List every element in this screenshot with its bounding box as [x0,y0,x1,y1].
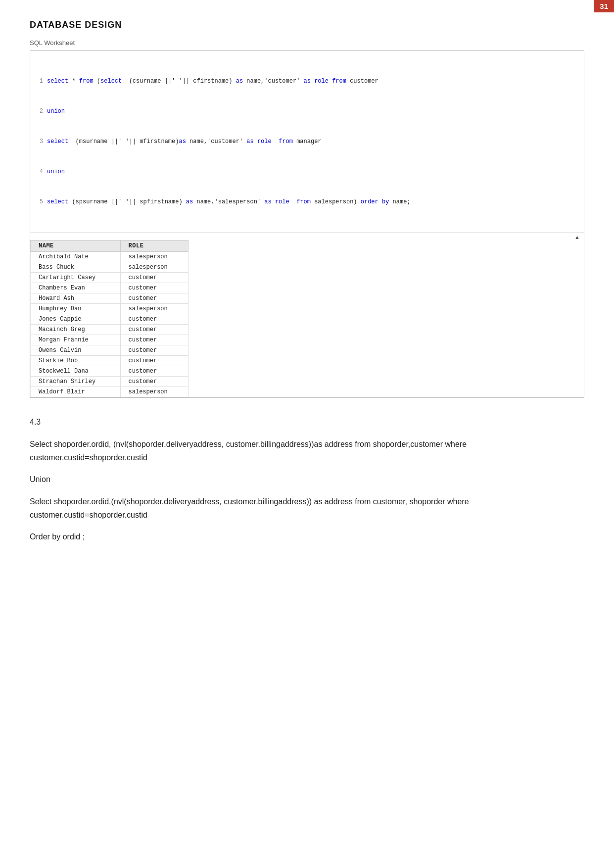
line-content-1: select * from (select (csurname ||' '|| … [47,76,378,86]
line-num-3: 3 [36,137,43,146]
line-content-5: select (spsurname ||' '|| spfirstname) a… [47,197,411,207]
cell-role: salesperson [120,386,188,397]
cell-role: customer [120,324,188,335]
cell-name: Stockwell Dana [31,366,121,376]
line-content-4: union [47,167,65,177]
section-43-num: 4.3 [30,418,584,427]
table-row: Howard Ashcustomer [31,293,189,303]
sql-worksheet-label: SQL Worksheet [30,39,584,47]
table-row: Starkie Bobcustomer [31,355,189,366]
sql-line-2: 2 union [36,106,578,116]
cell-role: salesperson [120,303,188,314]
line-num-4: 4 [36,167,43,177]
table-row: Morgan Franniecustomer [31,335,189,345]
cell-role: customer [120,314,188,324]
cell-name: Waldorf Blair [31,386,121,397]
table-row: Chambers Evancustomer [31,283,189,293]
cell-role: customer [120,355,188,366]
line-content-3: select (msurname ||' '|| mfirstname)as n… [47,137,322,146]
cell-name: Macainch Greg [31,324,121,335]
section-43: 4.3 Select shoporder.ordid, (nvl(shopord… [30,418,584,542]
cell-name: Humphrey Dan [31,303,121,314]
union-label: Union [30,475,584,484]
cell-name: Jones Cappie [31,314,121,324]
order-label: Order by ordid ; [30,532,584,541]
cell-role: customer [120,335,188,345]
cell-name: Howard Ash [31,293,121,303]
table-row: Macainch Gregcustomer [31,324,189,335]
table-row: Bass Chucksalesperson [31,262,189,272]
cell-name: Strachan Shirley [31,376,121,386]
line-num-1: 1 [36,76,43,86]
scroll-indicator: ▲ [30,233,584,240]
sql-code-box: 1 select * from (select (csurname ||' '|… [30,50,584,233]
cell-name: Starkie Bob [31,355,121,366]
table-row: Waldorf Blairsalesperson [31,386,189,397]
para1: Select shoporder.ordid, (nvl(shoporder.d… [30,437,584,464]
col-header-name: NAME [31,240,121,251]
results-table-wrapper: ▲ NAME ROLE Archibald NatesalespersonBas… [30,233,584,398]
table-row: Archibald Natesalesperson [31,251,189,262]
cell-name: Cartwright Casey [31,272,121,283]
cell-role: customer [120,366,188,376]
col-header-role: ROLE [120,240,188,251]
sql-line-4: 4 union [36,167,578,177]
table-row: Humphrey Dansalesperson [31,303,189,314]
sql-line-1: 1 select * from (select (csurname ||' '|… [36,76,578,86]
table-row: Cartwright Caseycustomer [31,272,189,283]
cell-name: Bass Chuck [31,262,121,272]
page-number: 31 [594,0,614,12]
cell-role: customer [120,272,188,283]
line-content-2: union [47,106,65,116]
table-row: Jones Cappiecustomer [31,314,189,324]
section-title: DATABASE DESIGN [30,20,584,30]
table-row: Strachan Shirleycustomer [31,376,189,386]
cell-name: Chambers Evan [31,283,121,293]
cell-role: customer [120,283,188,293]
table-row: Owens Calvincustomer [31,345,189,355]
sql-line-5: 5 select (spsurname ||' '|| spfirstname)… [36,197,578,207]
cell-name: Morgan Frannie [31,335,121,345]
cell-name: Owens Calvin [31,345,121,355]
cell-name: Archibald Nate [31,251,121,262]
table-row: Stockwell Danacustomer [31,366,189,376]
line-num-5: 5 [36,197,43,207]
cell-role: customer [120,345,188,355]
line-num-2: 2 [36,106,43,116]
cell-role: salesperson [120,251,188,262]
cell-role: customer [120,293,188,303]
para2: Select shoporder.ordid,(nvl(shoporder.de… [30,495,584,522]
cell-role: customer [120,376,188,386]
results-table: NAME ROLE Archibald NatesalespersonBass … [30,240,189,397]
sql-line-3: 3 select (msurname ||' '|| mfirstname)as… [36,137,578,146]
cell-role: salesperson [120,262,188,272]
